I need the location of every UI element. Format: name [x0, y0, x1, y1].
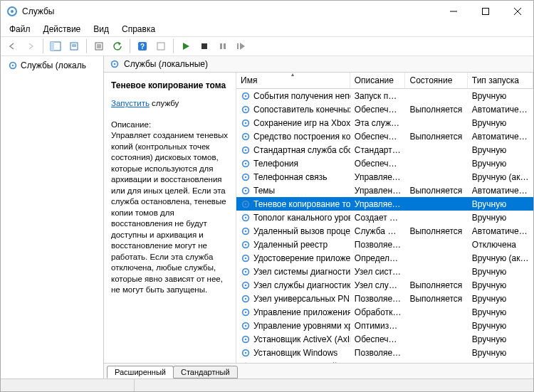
gear-icon — [241, 348, 251, 358]
start-link[interactable]: Запустить — [111, 99, 150, 107]
svg-point-41 — [245, 189, 247, 191]
svg-point-51 — [245, 257, 247, 259]
svg-rect-20 — [224, 43, 226, 49]
refresh-button[interactable] — [109, 38, 126, 55]
maximize-button[interactable] — [469, 1, 501, 22]
cell-name: Удаленный вызов процед… — [236, 226, 350, 236]
svg-text:?: ? — [140, 43, 145, 51]
gear-icon — [241, 267, 251, 277]
svg-point-61 — [245, 324, 247, 327]
tree-pane: Службы (локаль — [1, 56, 104, 378]
services-window: Службы Файл Действие Вид Справка ? — [0, 0, 534, 392]
service-row[interactable]: Телефонная связьУправляет…Вручную (ак… — [236, 170, 533, 184]
cell-startup: Автоматиче… — [468, 132, 533, 142]
status-cell — [135, 379, 533, 391]
cell-startup: Вручную — [468, 145, 533, 155]
header-state[interactable]: Состояние — [405, 73, 467, 88]
cell-state: Выполняется — [405, 226, 467, 236]
svg-rect-3 — [482, 9, 488, 15]
cell-name: События получения непо… — [236, 91, 350, 101]
service-row[interactable]: Тополог канального уровняСоздает ка…Вруч… — [236, 211, 533, 224]
minimize-button[interactable] — [437, 1, 469, 22]
service-row[interactable]: Узел универсальных PNP-…Позволяет…Выполн… — [236, 292, 533, 305]
cell-state: Выполняется — [405, 186, 467, 196]
export-button[interactable] — [66, 38, 83, 55]
cell-startup: Вручную — [468, 91, 533, 101]
back-button[interactable] — [4, 38, 21, 55]
service-row[interactable]: Сопоставитель конечных …Обеспечи…Выполня… — [236, 102, 533, 116]
menu-file[interactable]: Файл — [4, 23, 36, 36]
service-row[interactable]: Сохранение игр на Xbox Li…Эта служб…Вруч… — [236, 116, 533, 129]
help-button[interactable]: ? — [134, 38, 151, 55]
gear-icon — [241, 118, 251, 128]
service-row[interactable]: События получения непо…Запуск пр…Вручную — [236, 89, 533, 102]
cell-startup: Вручную — [468, 348, 533, 358]
service-row[interactable]: Удостоверение приложенияОпределя…Вручную… — [236, 251, 533, 265]
svg-point-33 — [245, 135, 247, 137]
properties-button[interactable] — [90, 38, 108, 55]
header-description[interactable]: Описание — [350, 73, 406, 88]
service-row[interactable]: ТелефонияОбеспечи…Вручную — [236, 157, 533, 170]
start-service-button[interactable] — [177, 38, 194, 55]
separator — [173, 39, 174, 53]
menu-action[interactable]: Действие — [38, 23, 87, 36]
svg-point-1 — [11, 10, 14, 13]
tab-extended[interactable]: Расширенный — [107, 366, 174, 378]
tree-root[interactable]: Службы (локаль — [2, 59, 102, 72]
cell-description: Узел сист… — [350, 267, 406, 277]
gear-icon — [241, 226, 251, 236]
show-hide-button[interactable] — [47, 38, 64, 55]
svg-point-47 — [245, 230, 247, 232]
app-icon — [6, 6, 18, 17]
cell-name: Сопоставитель конечных … — [236, 105, 350, 115]
service-row[interactable]: Теневое копирование томаУправляет…Вручну… — [236, 197, 533, 211]
service-row[interactable]: Установщик WindowsПозволяет…Вручную — [236, 346, 533, 359]
tab-standard[interactable]: Стандартный — [173, 366, 238, 378]
list-body[interactable]: События получения непо…Запуск пр…Вручную… — [236, 89, 533, 363]
service-row[interactable]: Средство построения ко…Обеспечи…Выполняе… — [236, 129, 533, 143]
cell-startup: Вручную — [468, 307, 533, 317]
cell-description: Управлен… — [350, 186, 406, 196]
pane-header: Службы (локальные) — [104, 56, 533, 73]
titlebar: Службы — [1, 1, 533, 22]
cell-startup: Вручную — [468, 199, 533, 209]
svg-point-65 — [245, 351, 247, 354]
restart-service-button[interactable] — [233, 38, 250, 55]
cell-name: Удостоверение приложения — [236, 253, 350, 263]
cell-startup: Вручную (ак… — [468, 172, 533, 182]
service-row[interactable]: Управление приложения…Обработк…Вручную — [236, 305, 533, 319]
cell-startup: Автоматиче… — [468, 186, 533, 196]
cell-description: Позволяет… — [350, 348, 406, 358]
service-row[interactable]: Удаленный вызов процед…Служба R…Выполняе… — [236, 224, 533, 238]
svg-point-39 — [245, 176, 247, 178]
cell-name: Узел универсальных PNP-… — [236, 294, 350, 304]
svg-rect-19 — [220, 43, 222, 49]
view-tabs: Расширенный Стандартный — [104, 363, 533, 378]
service-row[interactable]: Удаленный реестрПозволяет…Отключена — [236, 238, 533, 251]
header-name-label: Имя — [241, 75, 257, 85]
cell-name: Сохранение игр на Xbox Li… — [236, 118, 350, 128]
cell-state: Выполняется — [405, 294, 467, 304]
close-button[interactable] — [501, 1, 533, 22]
menubar: Файл Действие Вид Справка — [1, 22, 533, 36]
svg-point-63 — [245, 338, 247, 340]
menu-help[interactable]: Справка — [116, 23, 161, 36]
service-row[interactable]: Узел системы диагностикиУзел сист…Вручну… — [236, 265, 533, 278]
service-row[interactable]: ТемыУправлен…ВыполняетсяАвтоматиче… — [236, 184, 533, 197]
service-row[interactable]: Узел службы диагностикиУзел служ…Выполня… — [236, 278, 533, 292]
menu-view[interactable]: Вид — [88, 23, 115, 36]
pause-service-button[interactable] — [214, 38, 231, 55]
gear-icon — [241, 91, 251, 101]
header-name[interactable]: ▴ Имя — [236, 73, 350, 88]
stop-service-button[interactable] — [196, 38, 213, 55]
header-startup[interactable]: Тип запуска — [468, 73, 533, 88]
gear-icon — [241, 159, 251, 169]
cell-description: Управляет… — [350, 172, 406, 182]
service-row[interactable]: Управление уровнями хра…Оптимизи…Вручную — [236, 319, 533, 332]
service-row[interactable]: Стандартная служба сбор…Стандартн…Вручну… — [236, 143, 533, 157]
service-row[interactable]: Установщик ActiveX (AxIns…Обеспечи…Вручн… — [236, 332, 533, 346]
gear-icon — [8, 60, 18, 70]
forward-button[interactable] — [22, 38, 39, 55]
cell-startup: Отключена — [468, 240, 533, 250]
properties-sheet-button[interactable] — [152, 38, 169, 55]
